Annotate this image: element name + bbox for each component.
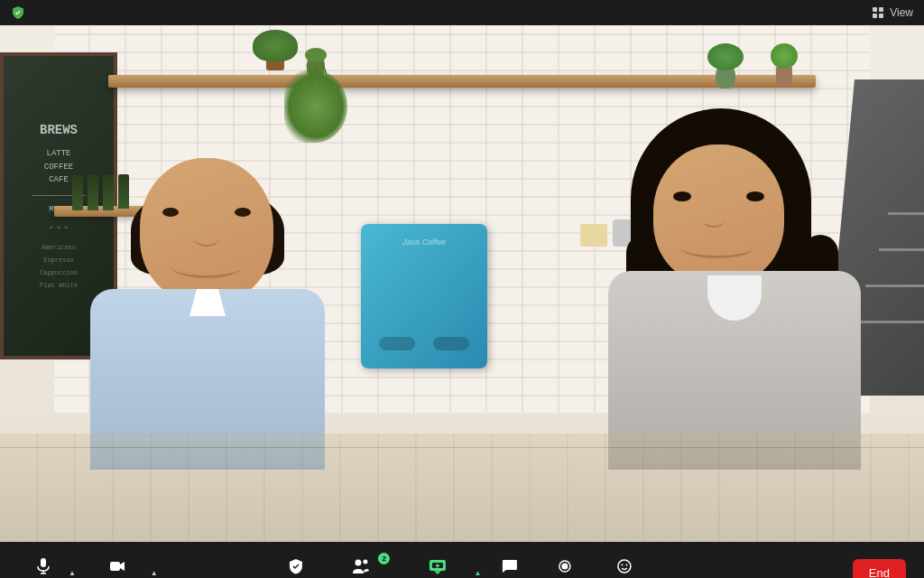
svg-point-17	[561, 564, 568, 570]
svg-point-20	[625, 564, 627, 566]
svg-point-12	[364, 560, 368, 564]
hanging-plant	[280, 52, 352, 143]
person-left	[72, 135, 343, 470]
reactions-button[interactable]: Reactions	[594, 551, 655, 578]
mute-button[interactable]: Mute	[18, 551, 69, 578]
video-container: BREWS LATTE COFFEE CAFE MENU ☕ ☕ ☕ Ameri…	[0, 25, 924, 542]
svg-point-18	[618, 560, 631, 573]
table-surface	[0, 434, 924, 542]
mic-icon	[33, 556, 53, 576]
shelf-plant-3	[771, 43, 798, 84]
face-right	[653, 144, 784, 284]
participants-badge: 2	[378, 553, 390, 564]
toolbar-right-controls: End	[853, 559, 906, 579]
title-bar: View	[0, 0, 924, 25]
svg-rect-9	[110, 562, 120, 571]
grid-icon	[872, 6, 884, 19]
svg-point-11	[356, 560, 362, 566]
shield-icon	[11, 5, 25, 20]
person-right	[599, 126, 870, 470]
mute-chevron[interactable]: ▲	[69, 569, 76, 577]
shelf-plant-2	[707, 39, 744, 89]
participants-icon	[351, 556, 371, 576]
record-button[interactable]: Record	[539, 551, 589, 578]
svg-rect-1	[879, 7, 883, 12]
video-chevron[interactable]: ▲	[151, 569, 158, 577]
stop-video-button[interactable]: Stop Video	[85, 551, 151, 578]
view-label[interactable]: View	[890, 6, 913, 19]
svg-rect-6	[41, 558, 46, 567]
face-left	[140, 158, 273, 303]
chat-icon	[500, 556, 520, 576]
reactions-icon	[614, 556, 634, 576]
svg-rect-2	[873, 14, 877, 18]
record-icon	[554, 556, 574, 576]
svg-marker-10	[120, 562, 125, 571]
title-bar-left	[11, 5, 25, 20]
svg-point-5	[305, 48, 327, 62]
security-button[interactable]: Security	[269, 551, 323, 578]
coffee-machine: Java Coffee	[361, 224, 487, 368]
end-button[interactable]: End	[853, 559, 906, 579]
svg-rect-3	[879, 14, 883, 18]
title-bar-right: View	[872, 6, 913, 19]
share-screen-icon	[428, 556, 448, 576]
toolbar-center-controls: Security Participants 2	[269, 551, 655, 578]
svg-point-19	[621, 564, 623, 566]
chat-button[interactable]: Chat	[485, 551, 535, 578]
toolbar-left-controls: Mute ▲ Stop Video ▲	[18, 551, 158, 578]
security-icon	[286, 556, 306, 576]
svg-rect-0	[873, 7, 877, 12]
share-chevron[interactable]: ▲	[474, 569, 481, 577]
share-screen-button[interactable]: Share Screen	[399, 551, 476, 578]
video-icon	[107, 556, 127, 576]
toolbar: Mute ▲ Stop Video ▲ Security	[0, 542, 924, 578]
participants-button[interactable]: Participants 2	[327, 551, 395, 578]
